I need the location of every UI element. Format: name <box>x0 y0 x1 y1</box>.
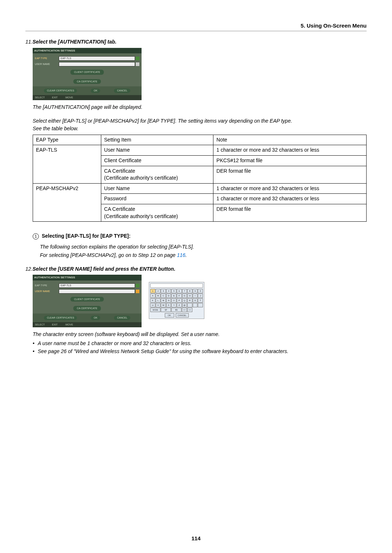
th-note: Note <box>213 135 367 145</box>
sub-line2-a: For selecting [PEAP-MSCHAPv2], go on to … <box>40 252 177 258</box>
cell-eap-tls: EAP-TLS <box>33 145 101 183</box>
kb-left: << <box>182 308 187 312</box>
ss1-user-name-field <box>59 62 135 66</box>
cell-item: CA Certificate (Certificate authority's … <box>101 204 213 221</box>
ss1-clear-btn: CLEAR CERTIFICATES <box>44 89 77 93</box>
para-auth-displayed: The [AUTHENTICATION] page will be displa… <box>33 104 367 111</box>
kb-row-5: MODE SP BS << >> <box>150 308 203 312</box>
kb-key: M <box>161 298 166 303</box>
kb-key: L <box>156 298 161 303</box>
ss2-clear-btn: CLEAR CERTIFICATES <box>44 316 77 320</box>
kb-row-3: K L M N O P Q R S T <box>150 298 203 303</box>
table-header-row: EAP Type Setting Item Note <box>33 135 367 145</box>
kb-key: Z <box>177 303 182 307</box>
ss1-cancel-btn: CANCEL <box>114 89 130 93</box>
kb-input-field <box>150 283 203 288</box>
kb-bottom-row: OK CANCEL <box>150 313 203 318</box>
kb-row-1: 1 2 3 4 5 6 7 8 9 0 <box>150 289 203 293</box>
kb-key: I <box>193 294 198 298</box>
ss1-user-name-label: USER NAME <box>35 62 57 66</box>
ss2-user-name-label: USER NAME <box>35 290 57 293</box>
ss1-foot-move: :MOVE <box>65 96 73 99</box>
ss2-user-name-field <box>59 289 135 294</box>
kb-key: 7 <box>182 289 187 293</box>
section-header: 5. Using On-Screen Menu <box>25 22 367 31</box>
th-setting-item: Setting Item <box>101 135 213 145</box>
kb-ok: OK <box>165 313 174 318</box>
step-11-text: Select the [AUTHENTICATION] tab. <box>32 39 117 45</box>
auth-settings-screenshot-1: AUTHENTICATION SETTINGS EAP TYPE EAP-TLS… <box>33 48 142 100</box>
cell-item: CA Certificate (Certificate authority's … <box>101 166 213 183</box>
table-row: EAP-TLS User Name 1 character or more an… <box>33 145 367 156</box>
kb-key: 9 <box>193 289 198 293</box>
kb-key: G <box>182 294 187 298</box>
kb-key: @ <box>182 303 187 307</box>
para-after-keyboard: The character entry screen (software key… <box>33 331 367 338</box>
kb-key: P <box>177 298 182 303</box>
ss1-client-cert-btn: CLIENT CERTIFICATE <box>70 70 104 75</box>
kb-key: 6 <box>177 289 182 293</box>
ss2-ok-btn: OK <box>91 316 100 320</box>
sub-line2-b: . <box>185 252 187 258</box>
kb-key: S <box>193 298 198 303</box>
cell-item: Client Certificate <box>101 155 213 166</box>
step-12-text: Select the [USER NAME] field and press t… <box>32 266 175 272</box>
kb-key: D <box>166 294 171 298</box>
dropdown-icon <box>136 57 139 60</box>
kb-key: 4 <box>166 289 171 293</box>
kb-key: J <box>198 294 203 298</box>
kb-key: V <box>156 303 161 307</box>
cell-item: User Name <box>101 145 213 156</box>
kb-key: X <box>166 303 171 307</box>
cell-note: 1 character or more and 32 characters or… <box>213 194 367 204</box>
ss1-title: AUTHENTICATION SETTINGS <box>33 48 142 53</box>
kb-key: 0 <box>198 289 203 293</box>
step-12: 12.Select the [USER NAME] field and pres… <box>25 266 367 273</box>
ss2-eap-type-label: EAP TYPE <box>35 284 57 287</box>
table-row: PEAP-MSCHAPv2 User Name 1 character or m… <box>33 183 367 194</box>
edit-icon <box>136 62 139 66</box>
kb-key <box>193 303 198 307</box>
kb-key: 3 <box>161 289 166 293</box>
th-eap-type: EAP Type <box>33 135 101 145</box>
kb-key: Q <box>182 298 187 303</box>
eap-settings-table: EAP Type Setting Item Note EAP-TLS User … <box>33 135 367 222</box>
ss1-eap-type-label: EAP TYPE <box>35 57 57 60</box>
cell-item: Password <box>101 194 213 204</box>
kb-mode: MODE <box>150 308 160 312</box>
kb-key: R <box>187 298 192 303</box>
sub-line1: The following section explains the opera… <box>40 243 367 251</box>
kb-key <box>198 303 203 307</box>
cell-note: 1 character or more and 32 characters or… <box>213 145 367 156</box>
kb-key: K <box>150 298 155 303</box>
kb-sp: SP <box>161 308 171 312</box>
ss1-ca-cert-btn: CA CERTIFICATE <box>73 79 101 84</box>
dropdown-icon <box>136 284 139 287</box>
kb-key: H <box>187 294 192 298</box>
kb-key: E <box>171 294 176 298</box>
kb-key: A <box>150 294 155 298</box>
kb-key: Y <box>171 303 176 307</box>
kb-key: W <box>161 303 166 307</box>
kb-key: B <box>156 294 161 298</box>
cell-note: DER format file <box>213 166 367 183</box>
sub-line2: For selecting [PEAP-MSCHAPv2], go on to … <box>40 252 367 259</box>
ss2-eap-type-value: EAP-TLS <box>59 283 135 288</box>
page-number: 114 <box>0 534 392 542</box>
ss2-foot-exit: EXIT <box>52 323 58 327</box>
cell-note: DER format file <box>213 204 367 221</box>
bullet-list: A user name must be 1 character or more … <box>33 340 367 355</box>
ss2-title: AUTHENTICATION SETTINGS <box>33 275 142 280</box>
kb-key: N <box>166 298 171 303</box>
kb-right: >> <box>187 308 192 312</box>
kb-key: F <box>177 294 182 298</box>
para-see-table: See the table below. <box>33 125 367 132</box>
ss2-cancel-btn: CANCEL <box>114 316 130 320</box>
page-link-116[interactable]: 116 <box>177 252 185 258</box>
cell-note: PKCS#12 format file <box>213 155 367 166</box>
kb-bs: BS <box>171 308 181 312</box>
para-select-eap: Select either [EAP-TLS] or [PEAP-MSCHAPv… <box>33 118 367 125</box>
kb-key: 8 <box>187 289 192 293</box>
kb-key: T <box>198 298 203 303</box>
step-11-num: 11. <box>25 39 32 45</box>
